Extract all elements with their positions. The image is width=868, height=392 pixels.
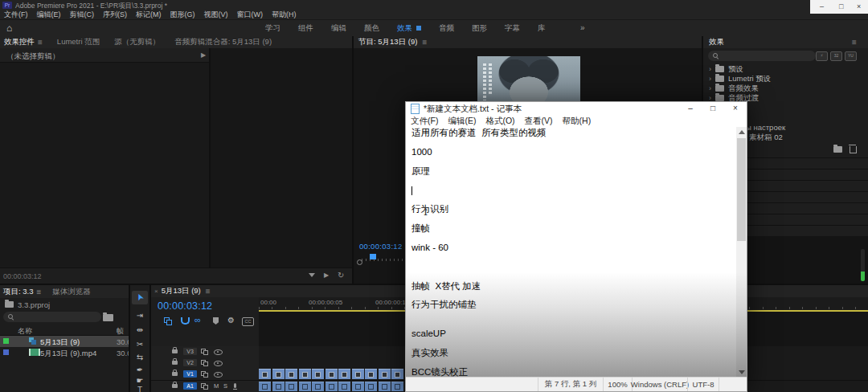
captions-icon[interactable]: CC xyxy=(242,317,254,326)
notepad-menu-help[interactable]: 帮助(H) xyxy=(563,116,592,127)
sync-lock-icon[interactable] xyxy=(201,371,207,377)
timeline-clip[interactable] xyxy=(338,369,350,379)
maximize-icon[interactable]: □ xyxy=(839,2,843,10)
timeline-audio-clip[interactable] xyxy=(326,382,338,391)
notepad-document-text[interactable]: 适用所有的赛道 所有类型的视频 1000 原理 行为识别 撞帧 wink - 6… xyxy=(406,127,736,378)
loop-icon[interactable]: ↻ xyxy=(338,271,344,280)
solo-button[interactable]: S xyxy=(223,382,227,390)
timeline-clip[interactable] xyxy=(326,369,338,379)
tab-effects[interactable]: 效果 xyxy=(709,37,724,47)
chevron-right-icon[interactable]: › xyxy=(709,84,711,92)
timeline-settings-wrench-icon[interactable]: ⚙ xyxy=(227,316,235,325)
timeline-clip[interactable] xyxy=(379,369,391,379)
notepad-menu-file[interactable]: 文件(F) xyxy=(411,116,438,127)
track-output-eye-icon[interactable] xyxy=(214,361,223,366)
timeline-audio-clip[interactable] xyxy=(259,382,271,391)
timeline-audio-clip[interactable] xyxy=(312,382,324,391)
tab-project[interactable]: 项目: 3.3 xyxy=(3,287,34,297)
tab-effect-controls[interactable]: 效果控件 xyxy=(4,37,35,47)
lock-icon[interactable] xyxy=(172,361,178,365)
workspace-editing[interactable]: 编辑 xyxy=(331,23,346,34)
delete-bin-icon[interactable] xyxy=(850,146,857,153)
mute-button[interactable]: M xyxy=(214,382,219,390)
timeline-timecode[interactable]: 00:00:03:12 xyxy=(158,300,212,312)
hand-tool[interactable]: ☛ xyxy=(130,376,149,385)
timeline-clip[interactable] xyxy=(299,369,311,379)
timeline-clip[interactable] xyxy=(272,369,285,379)
type-tool[interactable]: T xyxy=(130,386,149,392)
timeline-clip[interactable] xyxy=(365,369,377,379)
filter-properties-icon[interactable] xyxy=(309,273,315,277)
workspace-libraries[interactable]: 库 xyxy=(538,23,546,34)
scroll-up-icon[interactable] xyxy=(739,130,745,134)
minimize-icon[interactable]: – xyxy=(820,2,824,10)
program-playhead-handle[interactable] xyxy=(370,254,376,259)
workspace-effects-active[interactable]: 效果 xyxy=(397,23,421,34)
track-output-eye-icon[interactable] xyxy=(214,372,223,378)
ripple-edit-tool[interactable]: ⇹ xyxy=(130,325,149,334)
panel-menu-icon[interactable]: ≡ xyxy=(852,38,857,47)
project-breadcrumb[interactable]: 3.3.prproj xyxy=(18,300,50,309)
timeline-clip[interactable] xyxy=(285,369,297,379)
tab-program-monitor[interactable]: 节目: 5月13日 (9) xyxy=(358,37,417,47)
workspace-overflow-chevron[interactable]: » xyxy=(580,23,585,32)
tab-audio-clip-mixer[interactable]: 音频剪辑混合器: 5月13日 (9) xyxy=(174,37,272,47)
slip-tool[interactable]: ⇆ xyxy=(130,353,149,361)
workspace-captions[interactable]: 字幕 xyxy=(505,23,520,34)
lock-icon[interactable] xyxy=(172,384,178,388)
notepad-menu-edit[interactable]: 编辑(E) xyxy=(448,116,476,127)
lock-icon[interactable] xyxy=(172,372,178,376)
timeline-clip[interactable] xyxy=(259,369,271,379)
tab-source-monitor[interactable]: 源（无剪辑） xyxy=(114,37,160,47)
notepad-titlebar[interactable]: *新建文本文档.txt - 记事本 – □ × xyxy=(406,102,747,116)
insert-nest-toggle-icon[interactable] xyxy=(164,317,171,324)
track-v2-label[interactable]: V2 xyxy=(183,359,197,366)
panel-menu-icon[interactable]: ≡ xyxy=(37,288,42,296)
sync-lock-icon[interactable] xyxy=(201,383,207,389)
scroll-down-icon[interactable] xyxy=(739,370,745,374)
project-search-input[interactable] xyxy=(3,312,101,322)
tab-media-browser[interactable]: 媒体浏览器 xyxy=(52,287,91,297)
effects-search-input[interactable] xyxy=(708,51,816,61)
close-icon[interactable]: × xyxy=(857,2,861,10)
close-sequence-icon[interactable]: × xyxy=(154,288,158,295)
timeline-audio-clip[interactable] xyxy=(379,382,391,391)
timeline-clip[interactable] xyxy=(312,369,324,379)
pen-tool[interactable]: ✒ xyxy=(130,365,149,374)
chevron-right-icon[interactable]: › xyxy=(709,65,711,73)
workspace-audio[interactable]: 音频 xyxy=(439,23,454,34)
timeline-audio-clip[interactable] xyxy=(338,382,350,391)
tab-lumetri-scopes[interactable]: Lumetri 范围 xyxy=(57,37,100,47)
track-v3-label[interactable]: V3 xyxy=(183,348,197,355)
linked-selection-icon[interactable]: ∞ xyxy=(194,315,201,325)
collapse-arrow-icon[interactable]: ▶ xyxy=(201,51,206,59)
snap-magnet-icon[interactable] xyxy=(181,317,190,325)
sync-lock-icon[interactable] xyxy=(201,349,207,354)
effects-bin-02[interactable]: 素材箱 02 xyxy=(749,133,783,143)
panel-menu-icon[interactable]: ≡ xyxy=(422,38,427,47)
workspace-graphics[interactable]: 图形 xyxy=(472,23,487,34)
track-v1-label[interactable]: V1 xyxy=(183,370,197,378)
razor-tool[interactable]: ✂ xyxy=(130,340,149,349)
close-icon[interactable]: × xyxy=(724,102,747,116)
chevron-right-icon[interactable]: › xyxy=(709,75,711,83)
scrollbar-thumb[interactable] xyxy=(737,138,746,241)
workspace-menu-marker[interactable] xyxy=(416,26,421,31)
voiceover-mic-icon[interactable] xyxy=(234,383,236,388)
maximize-icon[interactable]: □ xyxy=(702,102,724,116)
label-color-green[interactable] xyxy=(3,338,9,344)
accelerated-effects-badge-icon[interactable]: ⚡ xyxy=(816,51,828,61)
notepad-menu-format[interactable]: 格式(O) xyxy=(485,116,514,127)
effects-custom-bin-partial[interactable]: ы настроек xyxy=(746,123,785,132)
panel-menu-icon[interactable]: ≡ xyxy=(38,38,43,47)
project-item-clip[interactable]: 5月13日 (9).mp4 30.0 xyxy=(0,347,129,358)
notepad-scrollbar[interactable] xyxy=(736,127,747,378)
timeline-audio-clip[interactable] xyxy=(391,382,403,391)
track-a1-label[interactable]: A1 xyxy=(183,382,197,390)
label-color-blue[interactable] xyxy=(3,349,9,355)
sync-lock-icon[interactable] xyxy=(201,360,207,365)
notepad-text-area[interactable]: 适用所有的赛道 所有类型的视频 1000 原理 行为识别 撞帧 wink - 6… xyxy=(406,127,736,378)
workspace-color[interactable]: 颜色 xyxy=(364,23,379,34)
tab-sequence[interactable]: 5月13日 (9) xyxy=(162,286,201,296)
home-icon[interactable]: ⌂ xyxy=(6,22,12,34)
